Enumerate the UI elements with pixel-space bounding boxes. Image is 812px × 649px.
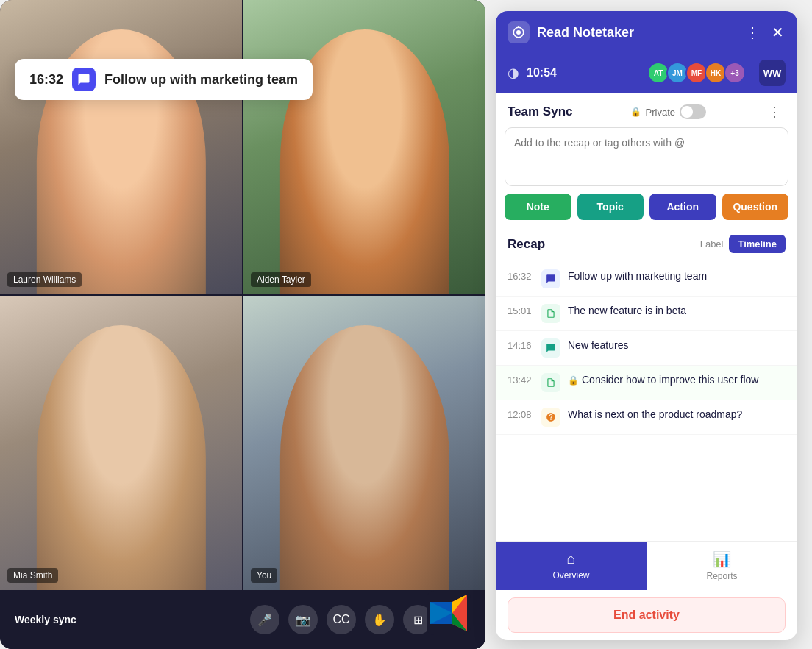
reports-label: Reports <box>706 571 737 581</box>
recap-icon-note <box>541 304 560 323</box>
svg-point-7 <box>516 30 521 35</box>
toggle-knob <box>681 106 693 118</box>
timer-display: 10:54 <box>527 66 640 79</box>
meeting-title: Weekly sync <box>15 614 241 625</box>
recap-item-1342: 13:42 🔒Consider how to improve this user… <box>496 366 797 400</box>
private-label: Private <box>646 107 675 118</box>
recap-time-4: 13:42 <box>508 373 534 386</box>
recap-view-options: Label Timeline <box>700 235 786 253</box>
video-cell-aiden: Aiden Tayler <box>243 0 485 294</box>
panel-logo-icon <box>508 21 530 43</box>
timer-bar: ◑ 10:54 AT JM MF HK +3 WW <box>496 54 797 93</box>
recap-time-1: 16:32 <box>508 269 534 282</box>
user-avatar: WW <box>759 60 786 86</box>
recap-section: Recap Label Timeline 16:32 Follow up wit… <box>496 229 797 541</box>
end-activity-button[interactable]: End activity <box>508 597 786 633</box>
panel-header: Read Notetaker ⋮ ✕ <box>496 11 797 54</box>
tab-overview[interactable]: ⌂ Overview <box>496 542 647 590</box>
participant-name-you: You <box>251 568 277 583</box>
note-button[interactable]: Note <box>505 194 571 220</box>
recap-icon-question <box>541 408 560 427</box>
recap-icon-topic <box>541 338 560 358</box>
recap-text-1: Follow up with marketing team <box>568 269 786 284</box>
recap-title: Recap <box>508 237 545 252</box>
recap-header: Recap Label Timeline <box>496 229 797 259</box>
timer-icon: ◑ <box>508 65 519 81</box>
mic-button[interactable]: 🎤 <box>250 605 279 634</box>
lock-icon: 🔒 <box>630 107 641 117</box>
captions-button[interactable]: CC <box>327 605 356 634</box>
recap-item-1501: 15:01 The new feature is in beta <box>496 297 797 331</box>
question-button[interactable]: Question <box>722 194 789 220</box>
video-control-bar: Weekly sync 🎤 📷 CC ✋ ⊞ ⋮ <box>0 590 485 649</box>
overview-icon: ⌂ <box>566 550 575 567</box>
panel-header-icons: ⋮ ✕ <box>744 22 786 43</box>
tab-reports[interactable]: 📊 Reports <box>647 542 797 590</box>
notif-time: 16:32 <box>29 72 63 88</box>
panel-more-button[interactable]: ⋮ <box>744 22 761 43</box>
panel-bottom-nav: ⌂ Overview 📊 Reports <box>496 541 797 590</box>
recap-time-3: 14:16 <box>508 338 534 351</box>
lock-badge: 🔒 <box>568 375 579 386</box>
notification-banner: 16:32 Follow up with marketing team <box>15 59 313 100</box>
reports-icon: 📊 <box>713 550 731 568</box>
recap-time-2: 15:01 <box>508 304 534 316</box>
panel-close-button[interactable]: ✕ <box>770 22 786 43</box>
camera-button[interactable]: 📷 <box>288 605 318 634</box>
svg-marker-3 <box>430 602 452 624</box>
panel-title: Read Notetaker <box>537 25 736 40</box>
recap-icon-action <box>541 269 560 288</box>
topic-button[interactable]: Topic <box>577 194 644 220</box>
notif-icon <box>72 68 96 91</box>
recap-text-2: The new feature is in beta <box>568 304 786 319</box>
avatar-group: AT JM MF HK +3 <box>647 62 746 84</box>
recap-input[interactable] <box>505 127 788 186</box>
action-buttons: Note Topic Action Question <box>496 194 797 229</box>
video-cell-you: You <box>243 296 485 590</box>
video-cell-mia: Mia Smith <box>0 296 242 590</box>
team-sync-header: Team Sync 🔒 Private ⋮ <box>496 93 797 127</box>
recap-item-1632: 16:32 Follow up with marketing team <box>496 262 797 297</box>
participant-name-lauren: Lauren Williams <box>7 272 82 287</box>
team-sync-title: Team Sync <box>508 104 573 119</box>
timeline-view-button[interactable]: Timeline <box>729 235 786 253</box>
video-cell-lauren: Lauren Williams <box>0 0 242 294</box>
team-sync-more[interactable]: ⋮ <box>763 102 786 121</box>
toggle-switch[interactable] <box>680 104 706 119</box>
hand-button[interactable]: ✋ <box>365 605 394 634</box>
recap-text-3: New features <box>568 338 786 353</box>
recap-icon-note-2 <box>541 373 560 392</box>
label-view[interactable]: Label <box>700 238 724 249</box>
panel-content: Team Sync 🔒 Private ⋮ Note Topic Action … <box>496 93 797 541</box>
recap-text-4: 🔒Consider how to improve this user flow <box>568 373 786 388</box>
avatar-count: +3 <box>724 62 746 84</box>
recap-text-5: What is next on the product roadmap? <box>568 408 786 422</box>
participant-name-aiden: Aiden Tayler <box>251 272 311 287</box>
participant-name-mia: Mia Smith <box>7 568 58 583</box>
recap-item-1208: 12:08 What is next on the product roadma… <box>496 400 797 435</box>
recap-item-1416: 14:16 New features <box>496 331 797 366</box>
recap-time-5: 12:08 <box>508 408 534 420</box>
action-button[interactable]: Action <box>649 194 716 220</box>
private-toggle[interactable]: 🔒 Private <box>630 104 706 119</box>
overview-label: Overview <box>552 570 589 581</box>
notetaker-panel: Read Notetaker ⋮ ✕ ◑ 10:54 AT JM MF HK +… <box>496 11 797 640</box>
notif-text: Follow up with marketing team <box>104 72 298 88</box>
meet-logo <box>427 591 471 638</box>
recap-list[interactable]: 16:32 Follow up with marketing team 15:0… <box>496 259 797 541</box>
